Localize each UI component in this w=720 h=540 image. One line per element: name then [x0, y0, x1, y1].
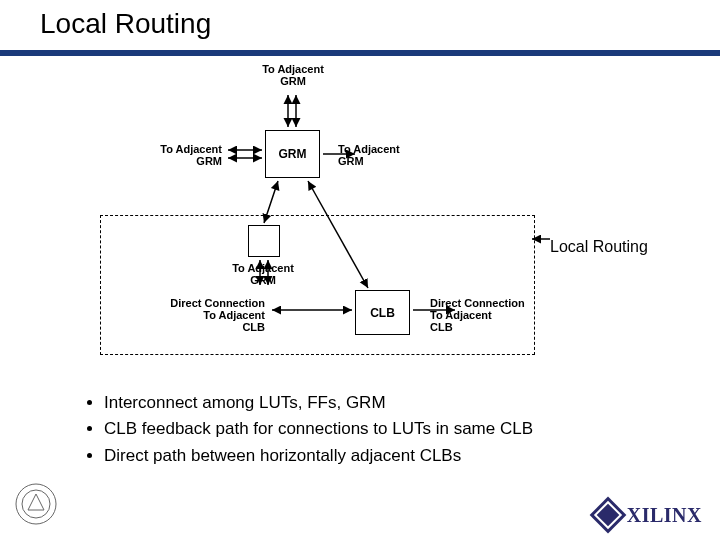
svg-line-5: [264, 181, 278, 223]
bullet-item: CLB feedback path for connections to LUT…: [104, 416, 533, 442]
xilinx-diamond-icon: [589, 497, 626, 534]
wires: [100, 65, 620, 365]
xilinx-logo-text: XILINX: [627, 504, 702, 527]
bullet-item: Interconnect among LUTs, FFs, GRM: [104, 390, 533, 416]
seal-icon: [12, 480, 60, 532]
slide: Local Routing GRM CLB To Adjacent GRM To…: [0, 0, 720, 540]
routing-diagram: GRM CLB To Adjacent GRM To Adjacent GRM …: [100, 65, 620, 365]
title-underline: [0, 50, 720, 56]
bullet-list: Interconnect among LUTs, FFs, GRM CLB fe…: [80, 390, 533, 469]
slide-title: Local Routing: [40, 8, 211, 40]
bullet-item: Direct path between horizontally adjacen…: [104, 443, 533, 469]
svg-line-6: [308, 181, 368, 288]
callout-local-routing: Local Routing: [550, 238, 648, 256]
xilinx-logo: XILINX: [595, 502, 702, 528]
